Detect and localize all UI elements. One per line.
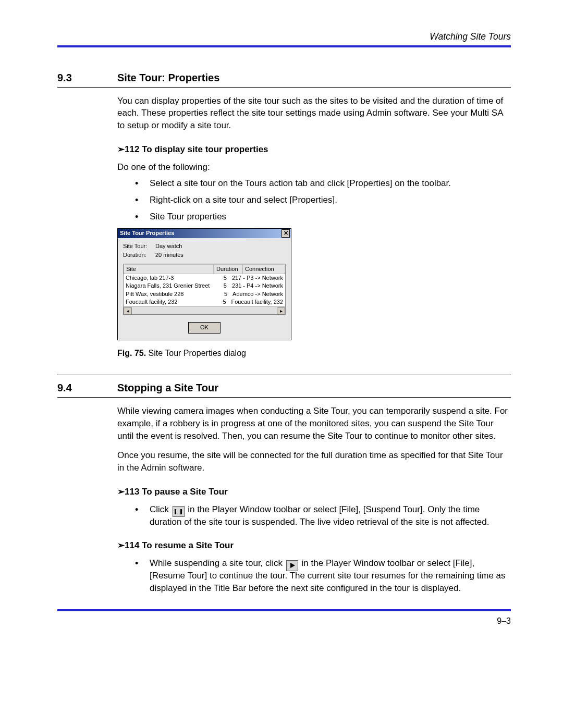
section-94-heading: 9.4 Stopping a Site Tour <box>57 380 511 395</box>
procedure-113-heading: ➢113 To pause a Site Tour <box>117 486 511 498</box>
close-icon[interactable]: ✕ <box>282 229 290 238</box>
footer-blue-rule <box>57 609 511 611</box>
figure-text: Site Tour Properties dialog <box>146 349 246 357</box>
figure-label: Fig. 75. <box>117 349 146 357</box>
list-item: Site Tour properties <box>150 211 511 223</box>
site-list-table: Site Duration Connection Chicago, lab 21… <box>123 264 286 315</box>
play-icon[interactable] <box>286 560 298 571</box>
page-number: 9–3 <box>57 615 511 627</box>
intro-paragraph: You can display properties of the site t… <box>117 95 511 132</box>
figure-caption: Fig. 75. Site Tour Properties dialog <box>117 348 511 359</box>
list-item: Select a site tour on the Tours action t… <box>150 177 511 190</box>
paragraph: Once you resume, the site will be connec… <box>117 449 511 474</box>
section-number: 9.4 <box>57 380 117 395</box>
section-title: Stopping a Site Tour <box>117 380 218 395</box>
section-94-body: While viewing camera images when conduct… <box>117 405 511 595</box>
scroll-left-icon[interactable]: ◂ <box>124 307 132 315</box>
page: Watching Site Tours 9.3 Site Tour: Prope… <box>0 0 563 728</box>
section-93-body: You can display properties of the site t… <box>117 95 511 360</box>
procedure-bullets: Select a site tour on the Tours action t… <box>117 177 511 223</box>
section-93-heading: 9.3 Site Tour: Properties <box>57 70 511 85</box>
site-tour-properties-dialog: Site Tour Properties ✕ Site Tour: Day wa… <box>117 228 291 340</box>
section-title: Site Tour: Properties <box>117 70 219 85</box>
pause-icon[interactable] <box>173 506 185 517</box>
col-site: Site <box>124 264 214 274</box>
text: in the Player Window toolbar or select [… <box>150 504 489 527</box>
table-row: Foucault facility, 232 5 Foucault facili… <box>124 298 285 306</box>
duration-value: 20 minutes <box>155 251 183 259</box>
horizontal-scrollbar[interactable]: ◂ ▸ <box>124 306 285 314</box>
list-item: Right-click on a site tour and select [P… <box>150 194 511 206</box>
text: While suspending a site tour, click <box>150 558 285 568</box>
site-tour-label: Site Tour: <box>123 242 155 250</box>
col-connection: Connection <box>242 264 285 274</box>
paragraph: While viewing camera images when conduct… <box>117 405 511 442</box>
ok-button[interactable]: OK <box>188 322 221 334</box>
table-row: Chicago, lab 217-3 5 217 - P3 -> Network <box>124 274 285 282</box>
dialog-titlebar: Site Tour Properties ✕ <box>118 229 291 238</box>
procedure-114-bullets: While suspending a site tour, click in t… <box>117 557 511 594</box>
col-duration: Duration <box>214 264 242 274</box>
list-item: Click in the Player Window toolbar or se… <box>150 503 511 528</box>
section-number: 9.3 <box>57 70 117 85</box>
procedure-114-heading: ➢114 To resume a Site Tour <box>117 539 511 552</box>
section-94-top-divider <box>57 375 511 375</box>
section-94-divider <box>57 397 511 398</box>
table-header: Site Duration Connection <box>124 264 285 274</box>
procedure-intro: Do one of the following: <box>117 161 511 174</box>
table-row: Pitt Wax, vestibule 228 5 Ademco -> Netw… <box>124 290 285 298</box>
text: Click <box>150 504 172 514</box>
list-item: While suspending a site tour, click in t… <box>150 557 511 594</box>
procedure-112-heading: ➢112 To display site tour properties <box>117 143 511 156</box>
dialog-body: Site Tour: Day watch Duration: 20 minute… <box>118 238 291 340</box>
section-93-divider <box>57 87 511 88</box>
duration-label: Duration: <box>123 251 155 259</box>
site-tour-value: Day watch <box>155 242 182 250</box>
procedure-113-bullets: Click in the Player Window toolbar or se… <box>117 503 511 528</box>
running-header: Watching Site Tours <box>57 30 511 43</box>
dialog-title: Site Tour Properties <box>120 229 174 237</box>
scroll-right-icon[interactable]: ▸ <box>277 307 285 315</box>
table-row: Niagara Falls, 231 Grenier Street 5 231 … <box>124 282 285 290</box>
